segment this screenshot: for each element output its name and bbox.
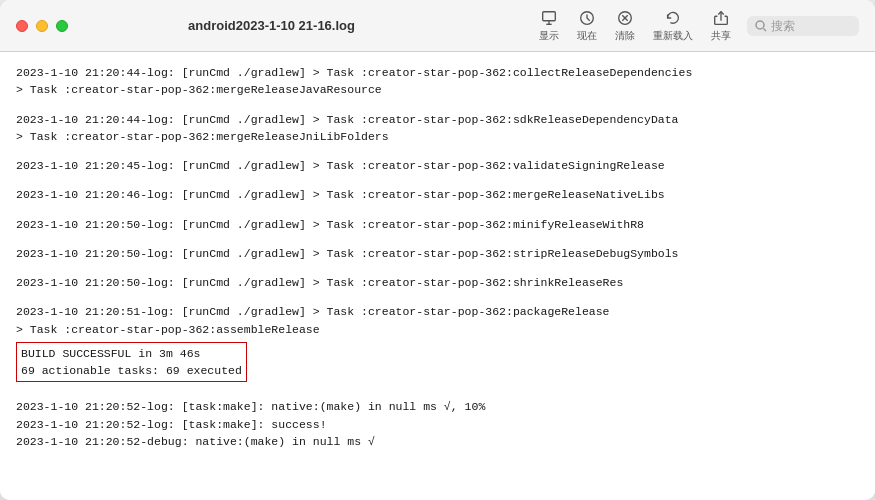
log-spacer-7: [16, 291, 859, 303]
log-line-4: > Task :creator-star-pop-362:mergeReleas…: [16, 128, 859, 145]
clear-button[interactable]: 清除: [615, 9, 635, 43]
close-button[interactable]: [16, 20, 28, 32]
svg-line-8: [764, 28, 767, 31]
share-button[interactable]: 共享: [711, 9, 731, 43]
log-spacer-6: [16, 262, 859, 274]
maximize-button[interactable]: [56, 20, 68, 32]
search-box[interactable]: [747, 16, 859, 36]
log-line-2: > Task :creator-star-pop-362:mergeReleas…: [16, 81, 859, 98]
log-spacer-5: [16, 233, 859, 245]
log-line-7: 2023-1-10 21:20:50-log: [runCmd ./gradle…: [16, 216, 859, 233]
main-window: android2023-1-10 21-16.log 显示 现: [0, 0, 875, 500]
log-line-11: > Task :creator-star-pop-362:assembleRel…: [16, 321, 859, 338]
log-line-3: 2023-1-10 21:20:44-log: [runCmd ./gradle…: [16, 111, 859, 128]
log-line-9: 2023-1-10 21:20:50-log: [runCmd ./gradle…: [16, 274, 859, 291]
reload-button[interactable]: 重新载入: [653, 9, 693, 43]
traffic-lights: [16, 20, 68, 32]
log-line-5: 2023-1-10 21:20:45-log: [runCmd ./gradle…: [16, 157, 859, 174]
build-success-line2: 69 actionable tasks: 69 executed: [21, 362, 242, 379]
log-line-8: 2023-1-10 21:20:50-log: [runCmd ./gradle…: [16, 245, 859, 262]
log-spacer-3: [16, 174, 859, 186]
log-spacer-8: [16, 386, 859, 398]
window-title: android2023-1-10 21-16.log: [84, 18, 459, 33]
now-button[interactable]: 现在: [577, 9, 597, 43]
minimize-button[interactable]: [36, 20, 48, 32]
search-input[interactable]: [771, 19, 851, 33]
svg-rect-0: [543, 11, 556, 20]
build-success-box: BUILD SUCCESSFUL in 3m 46s 69 actionable…: [16, 342, 247, 383]
svg-point-7: [756, 21, 764, 29]
log-spacer-4: [16, 204, 859, 216]
titlebar: android2023-1-10 21-16.log 显示 现: [0, 0, 875, 52]
log-content: 2023-1-10 21:20:44-log: [runCmd ./gradle…: [0, 52, 875, 500]
search-icon: [755, 20, 767, 32]
display-button[interactable]: 显示: [539, 9, 559, 43]
log-line-1: 2023-1-10 21:20:44-log: [runCmd ./gradle…: [16, 64, 859, 81]
log-spacer-1: [16, 99, 859, 111]
log-line-12: 2023-1-10 21:20:52-log: [task:make]: nat…: [16, 398, 859, 415]
build-success-line1: BUILD SUCCESSFUL in 3m 46s: [21, 345, 242, 362]
log-line-14: 2023-1-10 21:20:52-debug: native:(make) …: [16, 433, 859, 450]
log-line-10: 2023-1-10 21:20:51-log: [runCmd ./gradle…: [16, 303, 859, 320]
log-line-13: 2023-1-10 21:20:52-log: [task:make]: suc…: [16, 416, 859, 433]
log-spacer-2: [16, 145, 859, 157]
log-line-6: 2023-1-10 21:20:46-log: [runCmd ./gradle…: [16, 186, 859, 203]
